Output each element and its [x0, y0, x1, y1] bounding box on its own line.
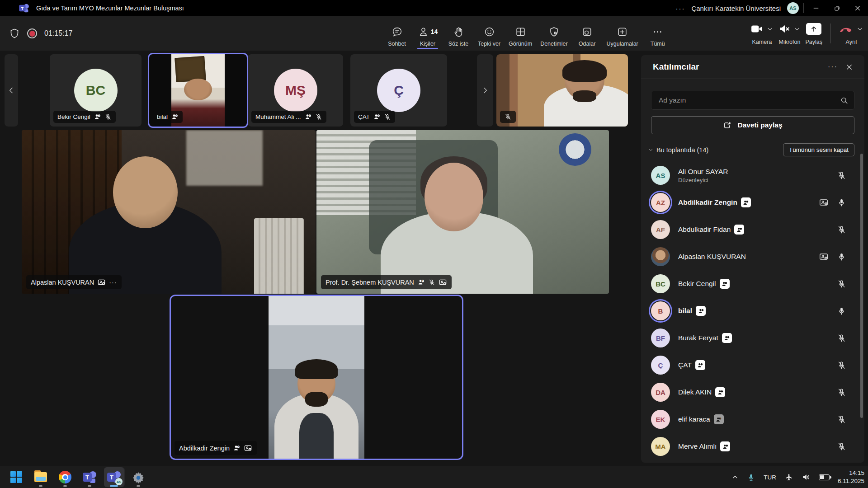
video-tile-sebnem[interactable]: Prof. Dr. Şebnem KUŞVURAN: [316, 130, 609, 294]
view-button[interactable]: Görünüm: [505, 16, 536, 51]
guest-question-badge: [720, 441, 730, 451]
participant-row[interactable]: Ç ÇAT: [641, 352, 864, 379]
mic-off-icon[interactable]: [837, 415, 846, 424]
tray-mic-icon[interactable]: [747, 473, 755, 482]
apps-plus-icon: [617, 26, 628, 38]
video-tile-abdilkadir[interactable]: Abdilkadir Zengin: [171, 296, 462, 459]
video-tile-muhammet[interactable]: MŞ Muhammet Ali ...: [248, 54, 343, 127]
participant-name: Alpaslan KUŞVURAN: [678, 253, 746, 261]
mic-off-icon[interactable]: [837, 361, 846, 370]
participant-row[interactable]: DA Dilek AKIN: [641, 379, 864, 406]
mic-off-icon[interactable]: [837, 388, 846, 397]
file-explorer-button[interactable]: [31, 467, 51, 487]
airplane-icon[interactable]: [784, 473, 793, 482]
chevron-down-icon[interactable]: [766, 25, 774, 33]
video-tile-bilal[interactable]: bilal: [149, 54, 247, 127]
rooms-button[interactable]: Odalar: [572, 16, 602, 51]
video-tile-self-view[interactable]: [496, 54, 628, 127]
language-indicator[interactable]: TUR: [764, 474, 776, 481]
mic-on-icon[interactable]: [837, 198, 846, 207]
participant-row[interactable]: EK elif karaca: [641, 406, 864, 433]
participant-row[interactable]: B bilal: [641, 297, 864, 324]
strip-next-button[interactable]: [477, 54, 493, 127]
chrome-icon: [59, 471, 71, 483]
people-button[interactable]: 14 Kişiler: [413, 16, 443, 51]
tray-expand-icon[interactable]: [731, 474, 739, 481]
smiley-icon: [484, 26, 495, 38]
video-art: [305, 392, 328, 406]
participant-row[interactable]: AZ Abdilkadir Zengin: [641, 189, 864, 216]
chat-button[interactable]: Sohbet: [382, 16, 412, 51]
people-icon: [418, 26, 429, 38]
video-person-icon: [244, 444, 252, 452]
teams-logo-icon: T: [19, 3, 29, 13]
more-options-button[interactable]: ···: [109, 279, 117, 286]
participant-row[interactable]: MA Merve Alımlı: [641, 433, 864, 460]
leave-button[interactable]: Ayrıl: [838, 20, 864, 47]
participant-row[interactable]: AF Abdulkadir Fidan: [641, 216, 864, 243]
participant-name: Prof. Dr. Şebnem KUŞVURAN: [326, 279, 414, 286]
ellipsis-icon: [652, 26, 663, 38]
participant-row[interactable]: BC Bekir Cengil: [641, 270, 864, 297]
video-art: [299, 413, 334, 459]
share-invite-button[interactable]: Daveti paylaş: [651, 116, 854, 134]
mic-on-icon[interactable]: [837, 252, 846, 262]
teams-logo-part: T: [19, 5, 25, 11]
restore-button[interactable]: [826, 0, 847, 16]
camera-button[interactable]: Kamera: [749, 20, 774, 47]
video-tile-cat[interactable]: Ç ÇAT: [350, 54, 447, 127]
raise-hand-button[interactable]: Söz iste: [443, 16, 473, 51]
participant-row[interactable]: BF Burak Feryat: [641, 324, 864, 352]
share-button[interactable]: Paylaş: [804, 20, 823, 47]
titlebar-more-button[interactable]: ···: [669, 5, 691, 12]
video-person-icon[interactable]: [819, 252, 829, 262]
react-button[interactable]: Tepki ver: [474, 16, 504, 51]
mic-off-icon[interactable]: [837, 333, 846, 343]
battery-icon[interactable]: [819, 474, 830, 480]
more-button[interactable]: Tümü: [643, 16, 673, 51]
mic-off-icon: [504, 113, 512, 121]
strip-prev-button[interactable]: [5, 54, 18, 127]
folder-icon: [34, 472, 47, 482]
close-button[interactable]: [847, 0, 868, 16]
clock[interactable]: 14:15 6.11.2025: [838, 469, 864, 485]
guest-question-badge: [696, 306, 706, 316]
title-bar: T Gıda ve Tarım MYO Mezunlar Mezunlar Bu…: [0, 0, 868, 16]
participant-search[interactable]: [651, 91, 854, 110]
search-input[interactable]: [659, 96, 840, 104]
chevron-down-icon[interactable]: [793, 25, 801, 33]
video-tile-alpaslan[interactable]: Alpaslan KUŞVURAN ···: [22, 130, 316, 294]
account-avatar[interactable]: AS: [787, 2, 799, 14]
panel-scrollbar[interactable]: [860, 154, 863, 418]
participant-name: ÇAT: [358, 113, 370, 120]
teams-meeting-button[interactable]: T AS: [104, 467, 124, 487]
chevron-down-icon[interactable]: [856, 25, 863, 33]
section-collapse-button[interactable]: [645, 147, 656, 153]
controls-button[interactable]: Denetimler: [537, 16, 571, 51]
mic-off-icon[interactable]: [837, 279, 846, 289]
video-person-icon[interactable]: [819, 197, 829, 207]
mic-off-icon[interactable]: [837, 171, 846, 180]
teams-button[interactable]: T: [80, 467, 99, 487]
settings-button[interactable]: [128, 467, 148, 487]
chevron-right-icon: [481, 86, 490, 95]
mic-off-icon[interactable]: [837, 225, 846, 235]
participant-row[interactable]: AS Ali Onur SAYAR Düzenleyici: [641, 162, 864, 189]
video-tile-bekir[interactable]: BC Bekir Cengil: [50, 54, 142, 127]
speaker-icon[interactable]: [802, 473, 811, 482]
mic-off-icon[interactable]: [837, 442, 846, 451]
mute-all-button[interactable]: Tümünün sesini kapat: [783, 143, 854, 156]
panel-more-button[interactable]: ···: [825, 59, 841, 75]
chrome-button[interactable]: [55, 467, 75, 487]
mic-off-icon: [315, 113, 322, 121]
mic-on-icon[interactable]: [837, 306, 846, 316]
meeting-timer: 01:15:17: [44, 29, 72, 38]
panel-close-button[interactable]: [841, 59, 857, 75]
participant-name: Muhammet Ali ...: [255, 113, 301, 120]
apps-button[interactable]: Uygulamalar: [603, 16, 642, 51]
start-button[interactable]: [6, 467, 26, 487]
minimize-button[interactable]: [806, 0, 826, 16]
microphone-button[interactable]: Mikrofon: [777, 20, 802, 47]
participant-row[interactable]: Alpaslan KUŞVURAN: [641, 243, 864, 270]
view-grid-icon: [515, 26, 526, 38]
